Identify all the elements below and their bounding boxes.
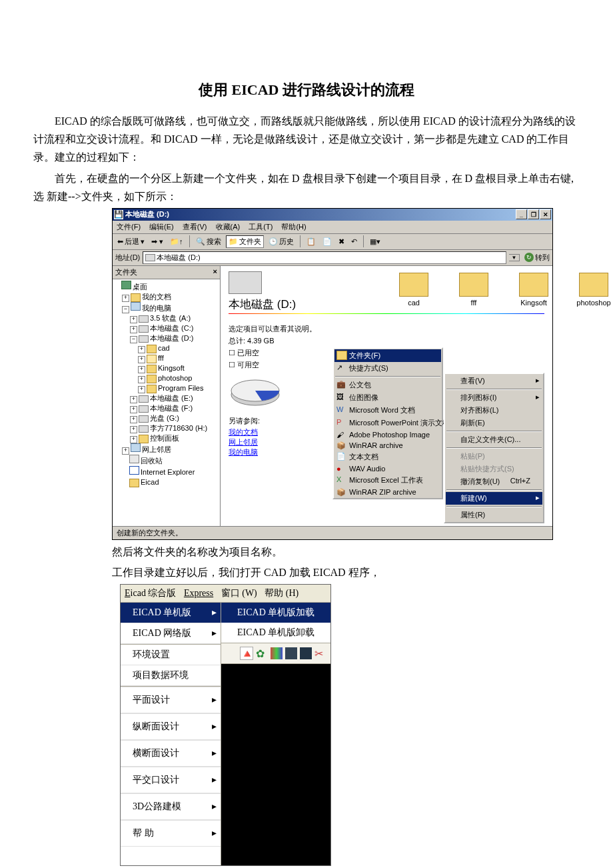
- drive-icon: 💾: [114, 210, 123, 219]
- eicad-left-top: EICAD 单机版▸ EICAD 网络版▸: [121, 603, 221, 644]
- tool-icon-3[interactable]: [271, 647, 283, 659]
- history-button[interactable]: 🕒历史: [267, 236, 296, 247]
- profile-design[interactable]: 纵断面设计▸: [121, 713, 221, 740]
- copy-button[interactable]: 📄: [320, 237, 334, 247]
- new-briefcase[interactable]: 💼公文包: [334, 379, 441, 391]
- plane-design[interactable]: 平面设计▸: [121, 687, 221, 713]
- eicad-submenu[interactable]: EICAD 单机版加载 EICAD 单机版卸载: [221, 603, 330, 643]
- drive-tip: 选定项目可以查看其说明。: [229, 324, 544, 334]
- ctx-refresh[interactable]: 刷新(E): [446, 417, 542, 429]
- titlebar[interactable]: 💾 本地磁盘 (D:) _ ❐ ✕: [113, 209, 552, 221]
- eicad-network[interactable]: EICAD 网络版▸: [121, 623, 221, 644]
- address-dropdown[interactable]: ▼: [509, 254, 520, 261]
- close-button[interactable]: ✕: [540, 209, 551, 219]
- eicad-load[interactable]: EICAD 单机版加载: [221, 603, 330, 623]
- tree-pane: 文件夹× 桌面 +我的文档 −我的电脑 +3.5 软盘 (A:) +本地磁盘 (…: [113, 266, 221, 526]
- menu-window[interactable]: 窗口 (W): [221, 588, 257, 598]
- minimize-button[interactable]: _: [516, 209, 527, 219]
- new-submenu[interactable]: 文件夹(F) ↗快捷方式(S) 💼公文包 🖼位图图像 WMicrosoft Wo…: [332, 347, 443, 499]
- tool-icon-1[interactable]: 🔺: [240, 647, 253, 660]
- folder-photoshop[interactable]: photoshop: [574, 273, 613, 315]
- new-word[interactable]: WMicrosoft Word 文档: [334, 404, 441, 417]
- eicad-menubar[interactable]: Eicad Eicad 综合版综合版 Express 窗口 (W) 帮助 (H): [121, 585, 330, 603]
- move-button[interactable]: 📋: [305, 237, 318, 247]
- maximize-button[interactable]: ❐: [528, 209, 539, 219]
- 3d-road-model[interactable]: 3D公路建模▸: [121, 793, 221, 820]
- intersection-design[interactable]: 平交口设计▸: [121, 767, 221, 793]
- menubar[interactable]: 文件(F) 编辑(E) 查看(V) 收藏(A) 工具(T) 帮助(H): [113, 221, 552, 234]
- crosssection-design[interactable]: 横断面设计▸: [121, 740, 221, 767]
- paragraph-2: 首先，在硬盘的一个分区上新建一个文件夹，如在 D 盘根目录下创建一个项目目录，在…: [33, 169, 580, 205]
- folder-tree[interactable]: 桌面 +我的文档 −我的电脑 +3.5 软盘 (A:) +本地磁盘 (C:) −…: [113, 279, 220, 489]
- new-bitmap[interactable]: 🖼位图图像: [334, 391, 441, 404]
- new-psd[interactable]: 🖌Adobe Photoshop Image: [334, 429, 441, 440]
- tree-header: 文件夹: [115, 267, 137, 277]
- eicad-left-bot: 平面设计▸ 纵断面设计▸ 横断面设计▸ 平交口设计▸ 3D公路建模▸ 帮 助▸: [121, 686, 221, 847]
- undo-button[interactable]: ↶: [349, 237, 359, 247]
- tool-icon-5[interactable]: [300, 647, 312, 659]
- env-settings[interactable]: 环境设置: [121, 645, 221, 665]
- menu-file[interactable]: 文件(F): [117, 223, 141, 231]
- eicad-unload[interactable]: EICAD 单机版卸载: [221, 623, 330, 643]
- new-zip[interactable]: 📦WinRAR ZIP archive: [334, 487, 441, 497]
- content-pane[interactable]: 本地磁盘 (D:) 选定项目可以查看其说明。 总计: 4.39 GB ☐ 已用空…: [221, 266, 552, 526]
- menu-view[interactable]: 查看(V): [183, 223, 207, 231]
- address-label: 地址(D): [115, 253, 140, 263]
- tool-icon-2[interactable]: ✿: [256, 647, 268, 659]
- new-folder-item[interactable]: 文件夹(F): [334, 349, 441, 362]
- ctx-align[interactable]: 对齐图标(L): [446, 404, 542, 417]
- menu-express[interactable]: Express: [184, 588, 213, 598]
- delete-button[interactable]: ✖: [336, 237, 346, 247]
- go-button[interactable]: ↻转到: [524, 253, 550, 263]
- search-button[interactable]: 🔍搜索: [194, 236, 223, 247]
- new-ppt[interactable]: PMicrosoft PowerPoint 演示文稿: [334, 417, 441, 429]
- ctx-undo[interactable]: 撤消复制(U)Ctrl+Z: [446, 475, 542, 488]
- tool-icon-4[interactable]: [285, 647, 297, 659]
- tree-close-icon[interactable]: ×: [213, 267, 217, 277]
- menu-tools[interactable]: 工具(T): [249, 223, 273, 231]
- menu-fav[interactable]: 收藏(A): [216, 223, 241, 231]
- new-wav[interactable]: ●WAV Audio: [334, 463, 441, 474]
- cad-viewport[interactable]: [221, 664, 330, 865]
- status-bar: 创建新的空文件夹。: [113, 526, 552, 539]
- project-data-env[interactable]: 项目数据环境: [121, 665, 221, 686]
- new-excel[interactable]: XMicrosoft Excel 工作表: [334, 474, 441, 487]
- eicad-standalone[interactable]: EICAD 单机版▸: [121, 603, 221, 623]
- ctx-view[interactable]: 查看(V)▸: [446, 375, 542, 387]
- pie-icon: [229, 376, 282, 409]
- ctx-arrange[interactable]: 排列图标(I)▸: [446, 391, 542, 404]
- folder-cad[interactable]: cad: [394, 273, 434, 315]
- new-txt[interactable]: 📄文本文档: [334, 451, 441, 463]
- context-menu[interactable]: 查看(V)▸ 排列图标(I)▸ 对齐图标(L) 刷新(E) 自定义文件夹(C).…: [444, 373, 544, 523]
- drive-total: 总计: 4.39 GB: [229, 336, 544, 346]
- paragraph-4: 工作目录建立好以后，我们打开 CAD 加载 EICAD 程序，: [112, 563, 580, 581]
- up-button[interactable]: 📁↑: [168, 237, 185, 247]
- toolbar: ⬅ 后退 ▾ ➡ ▾ 📁↑ 🔍搜索 📁文件夹 🕒历史 📋 📄 ✖ ↶ ▦▾: [113, 234, 552, 250]
- ctx-properties[interactable]: 属性(R): [446, 509, 542, 521]
- tool-icon-6[interactable]: ✂: [314, 647, 326, 659]
- paragraph-1: EICAD 的综合版既可做路线，也可做立交，而路线版就只能做路线，所以使用 EI…: [33, 112, 580, 167]
- menu-help[interactable]: 帮助(H): [281, 223, 306, 231]
- new-shortcut-item[interactable]: ↗快捷方式(S): [334, 362, 441, 375]
- ctx-paste: 粘贴(P): [446, 450, 542, 463]
- folders-button[interactable]: 📁文件夹: [226, 235, 264, 248]
- menu-edit[interactable]: 编辑(E): [149, 223, 174, 231]
- folder-kingsoft[interactable]: Kingsoft: [514, 273, 554, 315]
- eicad-menu-window: Eicad Eicad 综合版综合版 Express 窗口 (W) 帮助 (H)…: [120, 584, 331, 866]
- address-input[interactable]: 本地磁盘 (D:): [143, 251, 506, 264]
- doc-title: 使用 EICAD 进行路线设计的流程: [33, 80, 580, 100]
- folder-fff[interactable]: fff: [454, 273, 494, 315]
- address-bar: 地址(D) 本地磁盘 (D:) ▼ ↻转到: [113, 250, 552, 266]
- help[interactable]: 帮 助▸: [121, 820, 221, 847]
- views-button[interactable]: ▦▾: [368, 237, 382, 247]
- ctx-custom[interactable]: 自定义文件夹(C)...: [446, 433, 542, 446]
- drive-large-icon: [229, 271, 262, 294]
- back-button[interactable]: ⬅ 后退 ▾: [115, 236, 147, 247]
- menu-help[interactable]: 帮助 (H): [265, 588, 299, 598]
- forward-button[interactable]: ➡ ▾: [149, 237, 165, 247]
- ctx-paste-shortcut: 粘贴快捷方式(S): [446, 463, 542, 475]
- menu-eicad[interactable]: Eicad Eicad 综合版综合版: [125, 588, 176, 598]
- new-rar[interactable]: 📦WinRAR archive: [334, 440, 441, 451]
- ctx-new[interactable]: 新建(W)▸: [446, 492, 542, 505]
- explorer-window: 💾 本地磁盘 (D:) _ ❐ ✕ 文件(F) 编辑(E) 查看(V) 收藏(A…: [112, 208, 553, 540]
